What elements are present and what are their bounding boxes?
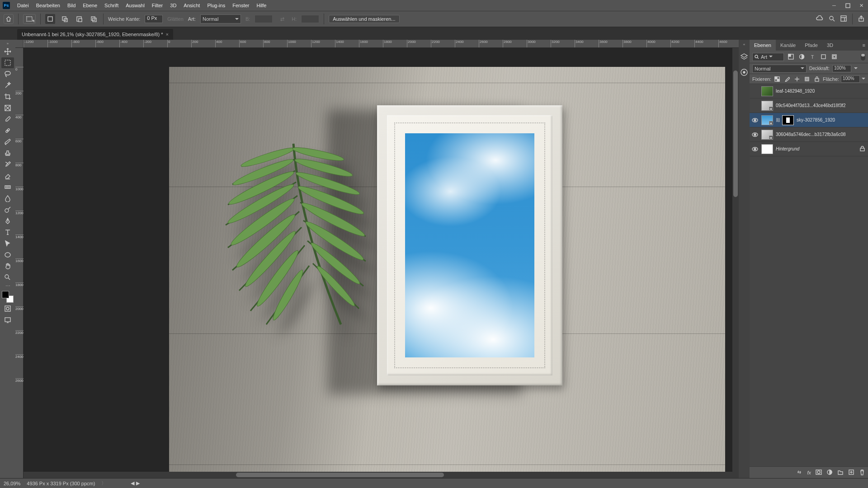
crop-tool[interactable]: [1, 91, 14, 102]
group-icon[interactable]: [837, 469, 844, 476]
shape-tool[interactable]: [1, 249, 14, 260]
lock-image-icon[interactable]: [783, 75, 791, 83]
opacity-input[interactable]: 100%: [832, 65, 851, 72]
fill-input[interactable]: 100%: [841, 75, 860, 83]
window-minimize-icon[interactable]: ─: [827, 0, 841, 11]
ruler-horizontal[interactable]: -1200-1000-800-600-400-20002004006008001…: [24, 40, 739, 48]
history-brush-tool[interactable]: [1, 159, 14, 170]
visibility-toggle[interactable]: [751, 131, 759, 138]
menu-layer[interactable]: Ebene: [79, 3, 101, 8]
document-tab[interactable]: Unbenannt-1 bei 26,1% (sky-3027856_1920,…: [17, 29, 173, 40]
sel-subtract-icon[interactable]: [74, 14, 84, 24]
type-tool[interactable]: [1, 227, 14, 238]
tab-paths[interactable]: Pfade: [800, 40, 822, 51]
layer-row[interactable]: ▣⛓sky-3027856_1920: [750, 113, 868, 127]
canvas-scroll-vertical[interactable]: [732, 48, 739, 472]
layer-row[interactable]: leaf-1482948_1920: [750, 84, 868, 99]
tab-close-icon[interactable]: ×: [166, 32, 169, 37]
window-close-icon[interactable]: ✕: [854, 0, 868, 11]
layer-mask-thumb[interactable]: [782, 115, 794, 125]
delete-layer-icon[interactable]: [859, 469, 865, 476]
edit-toolbar[interactable]: ⋯: [1, 283, 14, 289]
quickmask-icon[interactable]: [1, 303, 14, 314]
eraser-tool[interactable]: [1, 170, 14, 181]
menu-file[interactable]: Datei: [14, 3, 33, 8]
blur-tool[interactable]: [1, 193, 14, 204]
lasso-tool[interactable]: [1, 69, 14, 80]
link-layers-icon[interactable]: [796, 469, 802, 476]
layer-name[interactable]: sky-3027856_1920: [797, 117, 866, 122]
color-icon[interactable]: [740, 68, 748, 77]
dodge-tool[interactable]: [1, 204, 14, 215]
link-icon[interactable]: ⛓: [776, 117, 779, 123]
pen-tool[interactable]: [1, 216, 14, 226]
timeline-prev-icon[interactable]: ◀: [131, 480, 134, 486]
zoom-value[interactable]: 26,09%: [4, 481, 20, 486]
marquee-tool[interactable]: [1, 57, 14, 68]
sel-new-icon[interactable]: [45, 14, 55, 24]
ruler-origin[interactable]: [15, 40, 24, 48]
menu-edit[interactable]: Bearbeiten: [33, 3, 64, 8]
tool-preset[interactable]: [23, 14, 36, 24]
tab-3d-panel[interactable]: 3D: [822, 40, 838, 51]
workspace-icon[interactable]: [840, 15, 847, 23]
hand-tool[interactable]: [1, 261, 14, 272]
layer-row[interactable]: ▣306048a5746dec...b3172fb3a6c08: [750, 127, 868, 142]
filter-smart-icon[interactable]: [830, 53, 838, 61]
share-icon[interactable]: [858, 15, 864, 23]
layer-thumb[interactable]: [761, 86, 773, 96]
lock-position-icon[interactable]: [793, 75, 801, 83]
blend-mode-select[interactable]: Normal: [752, 65, 807, 73]
canvas-scroll-horizontal[interactable]: [24, 472, 739, 478]
layer-name[interactable]: Hintergrund: [776, 146, 857, 151]
layer-row[interactable]: Hintergrund: [750, 142, 868, 156]
menu-view[interactable]: Ansicht: [180, 3, 203, 8]
color-swatch[interactable]: [2, 291, 14, 303]
wand-tool[interactable]: [1, 80, 14, 91]
layer-thumb[interactable]: ▣: [761, 101, 773, 111]
menu-select[interactable]: Auswahl: [122, 3, 148, 8]
sel-intersect-icon[interactable]: [89, 14, 99, 24]
tab-channels[interactable]: Kanäle: [776, 40, 800, 51]
move-tool[interactable]: [1, 46, 14, 57]
document-canvas[interactable]: [169, 67, 725, 474]
ruler-vertical[interactable]: 0200400600800100012001400160018002000220…: [15, 48, 24, 478]
chevron-down-icon[interactable]: [862, 78, 865, 81]
layer-filter-select[interactable]: Art: [752, 53, 784, 61]
lock-artboard-icon[interactable]: [803, 75, 811, 83]
zoom-tool[interactable]: [1, 272, 14, 283]
refine-edge-button[interactable]: Auswählen und maskieren...: [329, 15, 399, 23]
layer-thumb[interactable]: ▣: [761, 130, 773, 140]
filter-pixel-icon[interactable]: [787, 53, 795, 61]
window-maximize-icon[interactable]: [841, 0, 854, 11]
visibility-toggle[interactable]: [751, 102, 759, 109]
layer-name[interactable]: 306048a5746dec...b3172fb3a6c08: [776, 132, 866, 137]
visibility-toggle[interactable]: [751, 88, 759, 95]
tab-layers[interactable]: Ebenen: [750, 40, 776, 51]
heal-tool[interactable]: [1, 125, 14, 136]
feather-input[interactable]: 0 Px: [145, 15, 163, 23]
layers-icon[interactable]: [740, 53, 748, 62]
search-icon-opt[interactable]: [829, 15, 835, 23]
adjustment-layer-icon[interactable]: [826, 469, 833, 476]
panel-menu-icon[interactable]: ≡: [860, 42, 868, 48]
eyedropper-tool[interactable]: [1, 114, 14, 125]
frame-tool[interactable]: [1, 103, 14, 113]
layer-row[interactable]: ▣09c540e4f70d13...43ce46bd18f3f2: [750, 99, 868, 113]
screen-mode-icon[interactable]: [1, 314, 14, 325]
path-select-tool[interactable]: [1, 238, 14, 249]
style-select[interactable]: Normal: [200, 14, 241, 23]
menu-window[interactable]: Fenster: [229, 3, 253, 8]
timeline-next-icon[interactable]: ▶: [136, 480, 140, 486]
layer-thumb[interactable]: ▣: [761, 115, 773, 125]
filter-adjust-icon[interactable]: [797, 53, 806, 61]
sel-add-icon[interactable]: [60, 14, 70, 24]
filter-type-icon[interactable]: T: [808, 53, 816, 61]
menu-plugins[interactable]: Plug-ins: [203, 3, 229, 8]
home-button[interactable]: [4, 14, 14, 24]
layer-fx-icon[interactable]: fx: [807, 470, 811, 475]
new-layer-icon[interactable]: [848, 469, 854, 476]
filter-switch[interactable]: [861, 53, 865, 61]
doc-info[interactable]: 4936 Px x 3319 Px (300 ppcm): [27, 481, 95, 486]
menu-image[interactable]: Bild: [64, 3, 79, 8]
